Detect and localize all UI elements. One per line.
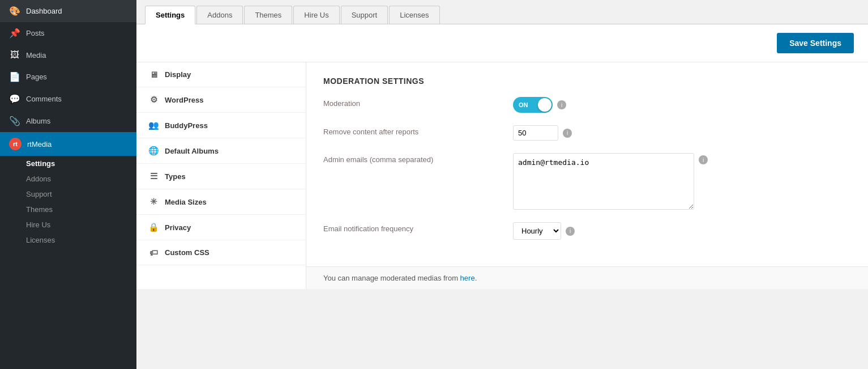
nav-item-display[interactable]: 🖥 Display xyxy=(136,62,306,87)
sidebar-item-comments[interactable]: 💬 Comments xyxy=(0,88,136,110)
dashboard-icon: 🎨 xyxy=(9,6,20,16)
sidebar-item-dashboard[interactable]: 🎨 Dashboard xyxy=(0,0,136,22)
admin-emails-label: Admin emails (comma separated) xyxy=(323,153,504,164)
tab-support[interactable]: Support xyxy=(341,6,388,24)
admin-emails-row: Admin emails (comma separated) admin@rtm… xyxy=(323,153,851,210)
sidebar-sub-hire-us[interactable]: Hire Us xyxy=(0,217,136,232)
sidebar-sub-themes[interactable]: Themes xyxy=(0,202,136,217)
admin-emails-control: admin@rtmedia.io i xyxy=(513,153,708,210)
privacy-icon: 🔒 xyxy=(148,222,159,232)
tab-settings[interactable]: Settings xyxy=(145,6,195,24)
email-frequency-control: Hourly Daily Weekly i xyxy=(513,222,575,240)
tab-hire-us[interactable]: Hire Us xyxy=(293,6,339,24)
types-icon: ☰ xyxy=(148,171,159,181)
sidebar-item-rtmedia[interactable]: rt rtMedia xyxy=(0,132,136,156)
moderation-info-icon[interactable]: i xyxy=(557,100,566,109)
bottom-notice-link[interactable]: here xyxy=(460,274,475,282)
toggle-on-label: ON xyxy=(519,101,528,108)
rtmedia-icon: rt xyxy=(9,138,22,150)
wordpress-icon: ⚙ xyxy=(148,95,159,105)
admin-emails-info-icon[interactable]: i xyxy=(699,155,708,164)
tab-themes[interactable]: Themes xyxy=(244,6,292,24)
settings-layout: 🖥 Display ⚙ WordPress 👥 BuddyPress 🌐 Def… xyxy=(136,62,868,289)
display-icon: 🖥 xyxy=(148,70,159,79)
nav-item-custom-css[interactable]: 🏷 Custom CSS xyxy=(136,240,306,265)
media-sizes-icon: ✳ xyxy=(148,197,159,207)
email-frequency-row: Email notification frequency Hourly Dail… xyxy=(323,222,851,240)
sidebar-sub-support[interactable]: Support xyxy=(0,186,136,202)
custom-css-icon: 🏷 xyxy=(148,248,159,257)
sidebar-item-posts[interactable]: 📌 Posts xyxy=(0,22,136,44)
remove-content-control: i xyxy=(513,125,572,141)
sidebar-sub-licenses[interactable]: Licenses xyxy=(0,232,136,248)
tabs-bar: Settings Addons Themes Hire Us Support L… xyxy=(136,0,868,24)
moderation-label: Moderation xyxy=(323,97,504,108)
default-albums-icon: 🌐 xyxy=(148,146,159,156)
nav-item-default-albums[interactable]: 🌐 Default Albums xyxy=(136,138,306,164)
save-settings-button[interactable]: Save Settings xyxy=(777,33,854,53)
moderation-control: ON i xyxy=(513,97,566,113)
settings-nav: 🖥 Display ⚙ WordPress 👥 BuddyPress 🌐 Def… xyxy=(136,62,306,289)
moderation-toggle[interactable]: ON xyxy=(513,97,553,113)
buddypress-icon: 👥 xyxy=(148,120,159,130)
remove-content-input[interactable] xyxy=(513,125,558,141)
moderation-row: Moderation ON i xyxy=(323,97,851,113)
nav-item-media-sizes[interactable]: ✳ Media Sizes xyxy=(136,189,306,215)
settings-content: MODERATION SETTINGS Moderation ON i xyxy=(306,62,868,266)
tab-licenses[interactable]: Licenses xyxy=(389,6,439,24)
bottom-notice: You can manage moderated medias from her… xyxy=(306,266,868,289)
remove-content-row: Remove content after reports i xyxy=(323,125,851,141)
toggle-circle xyxy=(538,98,551,112)
email-frequency-info-icon[interactable]: i xyxy=(566,227,575,236)
media-icon: 🖼 xyxy=(9,50,20,60)
sidebar-sub-addons[interactable]: Addons xyxy=(0,171,136,186)
content-area: Save Settings 🖥 Display ⚙ WordPress 👥 Bu… xyxy=(136,24,868,369)
posts-icon: 📌 xyxy=(9,28,20,39)
email-frequency-select[interactable]: Hourly Daily Weekly xyxy=(513,222,561,240)
remove-content-info-icon[interactable]: i xyxy=(563,129,572,138)
save-bar: Save Settings xyxy=(136,24,868,62)
section-title: MODERATION SETTINGS xyxy=(323,77,851,86)
albums-icon: 📎 xyxy=(9,116,20,126)
nav-item-wordpress[interactable]: ⚙ WordPress xyxy=(136,87,306,113)
pages-icon: 📄 xyxy=(9,71,20,82)
remove-content-label: Remove content after reports xyxy=(323,125,504,136)
comments-icon: 💬 xyxy=(9,94,20,104)
sidebar: 🎨 Dashboard 📌 Posts 🖼 Media 📄 Pages 💬 Co… xyxy=(0,0,136,369)
sidebar-item-pages[interactable]: 📄 Pages xyxy=(0,66,136,88)
sidebar-item-media[interactable]: 🖼 Media xyxy=(0,44,136,66)
tab-addons[interactable]: Addons xyxy=(196,6,243,24)
email-frequency-label: Email notification frequency xyxy=(323,222,504,233)
main-content: Settings Addons Themes Hire Us Support L… xyxy=(136,0,868,369)
nav-item-types[interactable]: ☰ Types xyxy=(136,164,306,189)
sidebar-item-albums[interactable]: 📎 Albums xyxy=(0,110,136,132)
sidebar-sub-settings[interactable]: Settings xyxy=(0,156,136,171)
right-panel: MODERATION SETTINGS Moderation ON i xyxy=(306,62,868,289)
admin-emails-textarea[interactable]: admin@rtmedia.io xyxy=(513,153,694,210)
nav-item-buddypress[interactable]: 👥 BuddyPress xyxy=(136,113,306,138)
nav-item-privacy[interactable]: 🔒 Privacy xyxy=(136,215,306,240)
